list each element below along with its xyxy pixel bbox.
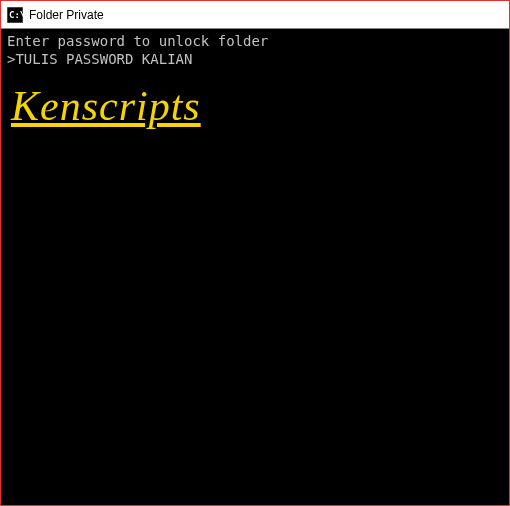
console-prompt-line: >TULIS PASSWORD KALIAN [7,51,503,69]
cmd-icon: C:\ [7,7,23,23]
window-titlebar: C:\ Folder Private [1,1,509,29]
console-output-line: Enter password to unlock folder [7,33,503,51]
password-input[interactable]: TULIS PASSWORD KALIAN [15,51,192,67]
watermark-text: Kenscripts [11,80,503,133]
window-title: Folder Private [29,8,104,22]
svg-text:C:\: C:\ [9,10,23,20]
console-area[interactable]: Enter password to unlock folder >TULIS P… [1,29,509,505]
